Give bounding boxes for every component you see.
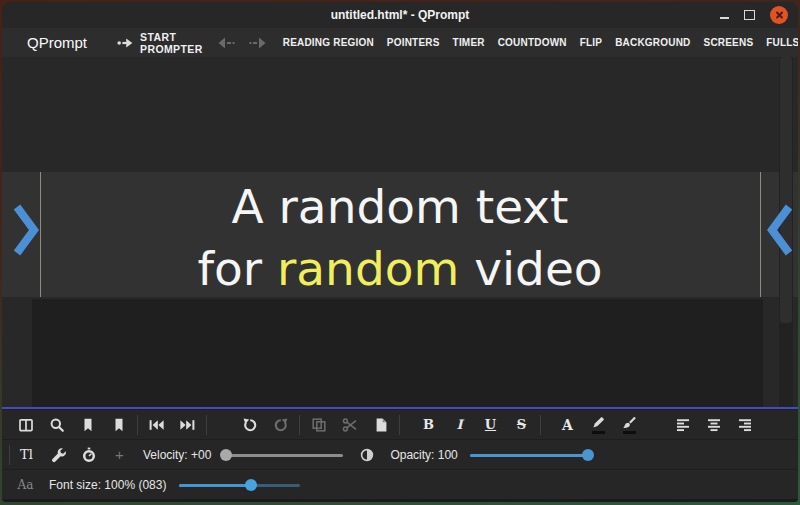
app-name: QPrompt xyxy=(27,34,87,51)
velocity-slider[interactable] xyxy=(223,447,343,463)
timer-stopwatch-button[interactable] xyxy=(73,441,104,469)
window-title: untitled.html* - QPrompt xyxy=(331,8,470,22)
strikethrough-button[interactable]: S xyxy=(506,411,537,439)
previous-marker-jump-button[interactable] xyxy=(141,411,172,439)
align-left-button[interactable] xyxy=(667,411,698,439)
undo-button[interactable] xyxy=(234,411,265,439)
menu-reading-region[interactable]: READING REGION xyxy=(283,37,374,48)
menu-fullscreen[interactable]: FULLSCREEN xyxy=(766,37,798,48)
editor-toolbar: B I U S A xyxy=(2,409,798,439)
start-prompter-label: START PROMPTER xyxy=(140,31,203,55)
left-pointer-icon xyxy=(10,201,40,259)
next-marker-icon[interactable] xyxy=(249,36,267,50)
copy-button[interactable] xyxy=(303,411,334,439)
font-button[interactable]: A xyxy=(552,411,583,439)
search-button[interactable] xyxy=(41,411,72,439)
prompter-line-2: for random video xyxy=(2,238,798,300)
main-toolbar: QPrompt START PROMPTER READING REGION PO… xyxy=(2,28,798,57)
bold-button[interactable]: B xyxy=(413,411,444,439)
paste-button[interactable] xyxy=(365,411,396,439)
text-color-swatch xyxy=(592,431,605,434)
contrast-icon xyxy=(359,447,375,463)
font-scale-button[interactable]: Aa xyxy=(10,471,41,499)
close-button[interactable] xyxy=(770,6,788,24)
align-right-button[interactable] xyxy=(729,411,760,439)
redo-button[interactable] xyxy=(265,411,296,439)
font-size-slider-handle[interactable] xyxy=(245,479,257,491)
toolbar-separator xyxy=(137,415,138,435)
highlighted-word: random xyxy=(277,241,459,296)
opacity-label: Opacity: 100 xyxy=(390,448,457,462)
menu-background[interactable]: BACKGROUND xyxy=(615,37,690,48)
split-view-button[interactable] xyxy=(10,411,41,439)
start-prompter-icon xyxy=(117,35,134,51)
toolbar-separator xyxy=(399,415,400,435)
wrench-icon xyxy=(50,447,66,463)
velocity-label: Velocity: +00 xyxy=(143,448,211,462)
stopwatch-icon xyxy=(81,447,97,463)
prompt-controls-toolbar: Tl + Velocity: +00 Opacity: 100 xyxy=(2,439,798,469)
window-bottom-edge xyxy=(2,499,798,502)
prompter-viewport[interactable]: A random text for random video xyxy=(2,57,798,407)
document-area[interactable] xyxy=(32,299,763,407)
velocity-slider-handle[interactable] xyxy=(220,449,232,461)
font-size-label: Font size: 100% (083) xyxy=(49,478,166,492)
pencil-icon xyxy=(591,416,606,429)
add-button[interactable]: + xyxy=(104,441,135,469)
next-marker-jump-button[interactable] xyxy=(172,411,203,439)
minimize-button[interactable] xyxy=(720,17,729,19)
cut-button[interactable] xyxy=(334,411,365,439)
toolbar-separator xyxy=(206,415,207,435)
contrast-button[interactable] xyxy=(351,441,382,469)
opacity-slider[interactable] xyxy=(470,447,588,463)
menu-countdown[interactable]: COUNTDOWN xyxy=(498,37,567,48)
opacity-slider-handle[interactable] xyxy=(582,449,594,461)
brush-icon xyxy=(622,416,637,429)
highlight-color-button[interactable] xyxy=(614,411,645,439)
toolbar-separator xyxy=(299,415,300,435)
window-controls xyxy=(720,2,788,28)
text-tool-button[interactable]: Tl xyxy=(11,441,42,469)
menu-pointers[interactable]: POINTERS xyxy=(387,37,440,48)
titlebar[interactable]: untitled.html* - QPrompt xyxy=(2,2,798,28)
previous-marker-icon[interactable] xyxy=(217,36,235,50)
prompter-line-1: A random text xyxy=(2,176,798,238)
font-size-toolbar: Aa Font size: 100% (083) xyxy=(2,469,798,499)
text-color-button[interactable] xyxy=(583,411,614,439)
maximize-button[interactable] xyxy=(744,10,755,20)
marker-button[interactable] xyxy=(103,411,134,439)
app-window: untitled.html* - QPrompt QPrompt START P… xyxy=(2,2,798,502)
highlight-color-swatch xyxy=(623,431,636,434)
font-size-slider[interactable] xyxy=(179,477,300,493)
settings-wrench-button[interactable] xyxy=(42,441,73,469)
menu-items: READING REGION POINTERS TIMER COUNTDOWN … xyxy=(283,37,798,48)
italic-button[interactable]: I xyxy=(444,411,475,439)
menu-flip[interactable]: FLIP xyxy=(580,37,602,48)
prompter-text[interactable]: A random text for random video xyxy=(2,176,798,300)
underline-button[interactable]: U xyxy=(475,411,506,439)
menu-timer[interactable]: TIMER xyxy=(453,37,485,48)
start-prompter-button[interactable]: START PROMPTER xyxy=(117,31,203,55)
menu-screens[interactable]: SCREENS xyxy=(704,37,754,48)
toolbar-separator xyxy=(9,445,10,465)
watermark-button[interactable] xyxy=(72,411,103,439)
right-pointer-icon xyxy=(766,201,796,259)
align-center-button[interactable] xyxy=(698,411,729,439)
toolbar-separator xyxy=(540,415,541,435)
